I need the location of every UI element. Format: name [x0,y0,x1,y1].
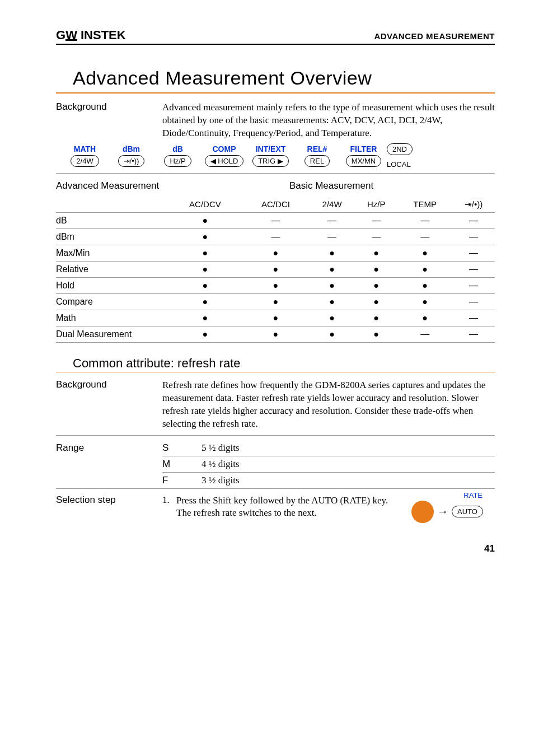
range-code-s: S [162,440,202,456]
matrix-cell: ● [168,293,242,310]
matrix-cell: — [452,277,495,293]
matrix-cell: — [452,326,495,342]
range-code-m: M [162,456,202,472]
key-alt-local: LOCAL [387,160,411,169]
range-table: Range S 5 ½ digits M 4 ½ digits F 3 ½ di… [56,440,495,488]
background-row-1: Background Advanced measurement mainly r… [56,101,495,140]
matrix-row-head: Max/Min [56,245,168,261]
range-digits-m: 4 ½ digits [202,456,495,472]
page-number: 41 [56,543,495,554]
background-label-1: Background [56,101,162,113]
col-24w: 2/4W [309,198,355,213]
key-alt-comp: COMP [213,144,236,153]
matrix-cell: ● [168,277,242,293]
key-2-4w[interactable]: 2/4W [71,155,99,167]
key-alt-relnum: REL# [307,144,327,153]
matrix-row-head: Relative [56,261,168,277]
matrix-cell: ● [168,326,242,342]
matrix-cell: ● [397,245,452,261]
section-heading: ADVANCED MEASUREMENT [374,31,495,41]
background-row-2: Background Refresh rate defines how freq… [56,379,495,431]
matrix-cell: ● [397,310,452,326]
key-2nd[interactable]: 2ND [387,143,413,155]
col-diode: ⇥/•)) [452,198,495,213]
matrix-cell: — [242,228,309,245]
matrix-cell: ● [309,245,355,261]
matrix-cell: ● [168,228,242,245]
key-hz-p[interactable]: Hz/P [164,155,191,167]
matrix-cell: ● [242,261,309,277]
subsection-rule [56,372,495,372]
range-digits-f: 3 ½ digits [202,472,495,488]
matrix-row-head: Hold [56,277,168,293]
matrix-cell: ● [242,310,309,326]
range-label: Range [56,440,162,488]
background-label-2: Background [56,379,162,390]
matrix-left-header: Advanced Measurement [56,177,168,198]
col-temp: TEMP [397,198,452,213]
key-alt-rate: RATE [463,491,483,500]
matrix-cell: ● [355,326,397,342]
matrix-cell: ● [355,277,397,293]
matrix-cell: — [452,212,495,228]
matrix-cell: — [397,212,452,228]
front-panel-keys: MATH2/4W dBm⇥/•)) dBHz/P COMP◀ HOLD INT/… [56,143,495,174]
background-text-1: Advanced measurement mainly refers to th… [162,101,495,140]
brand-logo: GW INSTEK [56,28,126,43]
matrix-cell: — [309,228,355,245]
matrix-cell: ● [355,310,397,326]
matrix-cell: ● [309,261,355,277]
matrix-cell: ● [355,261,397,277]
matrix-cell: ● [397,261,452,277]
matrix-cell: — [452,245,495,261]
matrix-cell: — [452,310,495,326]
matrix-row-head: Math [56,310,168,326]
matrix-cell: — [242,212,309,228]
selection-step-label: Selection step [56,494,162,506]
key-auto[interactable]: AUTO [452,506,483,517]
matrix-row-head: dBm [56,228,168,245]
matrix-cell: ● [168,310,242,326]
matrix-cell: ● [397,277,452,293]
selection-step-figure: RATE → AUTO [400,491,495,523]
matrix-cell: ● [397,293,452,310]
matrix-cell: — [397,326,452,342]
matrix-cell: ● [168,212,242,228]
matrix-cell: ● [355,293,397,310]
matrix-cell: — [355,212,397,228]
matrix-row-head: Dual Measurement [56,326,168,342]
matrix-cell: ● [168,245,242,261]
background-text-2: Refresh rate defines how frequently the … [162,379,495,431]
matrix-cell: ● [242,326,309,342]
key-hold[interactable]: ◀ HOLD [205,155,244,167]
key-alt-dbm: dBm [123,144,140,153]
range-code-f: F [162,472,202,488]
key-alt-db: dB [172,144,183,153]
key-rel[interactable]: REL [305,155,330,167]
arrow-icon: → [437,505,448,518]
key-diode-continuity[interactable]: ⇥/•)) [118,155,145,167]
matrix-cell: ● [242,293,309,310]
col-acdcv: AC/DCV [168,198,242,213]
matrix-cell: ● [309,277,355,293]
matrix-cell: ● [168,261,242,277]
page-header: GW INSTEK ADVANCED MEASUREMENT [56,28,495,45]
page-title: Advanced Measurement Overview [73,67,495,89]
key-mxmn[interactable]: MX/MN [346,155,381,167]
key-trig[interactable]: TRIG ▶ [252,155,289,167]
key-alt-filter: FILTER [350,144,377,153]
matrix-right-header: Basic Measurement [168,177,495,198]
selection-step-text: Press the Shift key followed by the AUTO… [176,494,400,519]
title-rule [56,92,495,94]
range-digits-s: 5 ½ digits [202,440,495,456]
matrix-cell: — [397,228,452,245]
matrix-cell: ● [242,245,309,261]
shift-key-icon[interactable] [411,501,434,523]
matrix-cell: — [309,212,355,228]
col-acdci: AC/DCI [242,198,309,213]
matrix-row-head: Compare [56,293,168,310]
matrix-cell: ● [242,277,309,293]
matrix-cell: — [355,228,397,245]
matrix-cell: ● [309,293,355,310]
key-alt-math: MATH [74,144,96,153]
